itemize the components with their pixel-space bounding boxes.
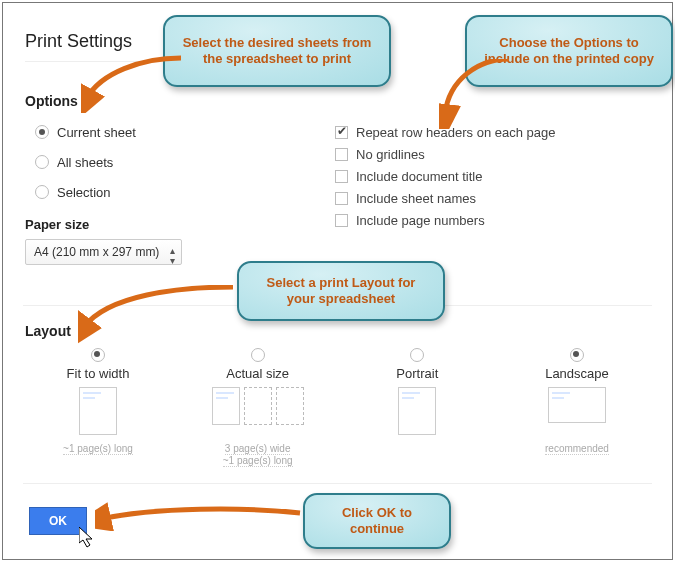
checkbox-icon <box>335 214 348 227</box>
chk-no-gridlines[interactable]: No gridlines <box>335 145 425 163</box>
layout-portrait[interactable]: Portrait <box>342 348 492 467</box>
callout-layout: Select a print Layout for your spreadshe… <box>237 261 445 321</box>
radio-icon <box>35 125 49 139</box>
layout-preview <box>23 387 173 437</box>
chk-repeat-headers[interactable]: ✔ Repeat row headers on each page <box>335 123 555 141</box>
callout-options: Choose the Options to include on the pri… <box>465 15 673 87</box>
paper-size-heading: Paper size <box>25 217 89 232</box>
chk-include-title[interactable]: Include document title <box>335 167 482 185</box>
radio-icon <box>570 348 584 362</box>
checkbox-icon: ✔ <box>335 126 348 139</box>
layout-sub: ~1 page(s) long <box>23 443 173 455</box>
radio-label: Selection <box>57 185 110 200</box>
layout-name: Fit to width <box>23 366 173 381</box>
title-underline <box>25 61 155 62</box>
chk-label: Repeat row headers on each page <box>356 125 555 140</box>
layout-sub <box>342 443 492 455</box>
layout-heading: Layout <box>25 323 71 339</box>
radio-current-sheet[interactable]: Current sheet <box>35 123 136 141</box>
radio-icon <box>35 155 49 169</box>
radio-all-sheets[interactable]: All sheets <box>35 153 113 171</box>
layout-sub: 3 page(s) wide ~1 page(s) long <box>183 443 333 467</box>
print-settings-dialog: × Print Settings Options Paper size Layo… <box>2 2 673 560</box>
radio-selection[interactable]: Selection <box>35 183 110 201</box>
paper-size-select[interactable]: A4 (210 mm x 297 mm) ▴▾ <box>25 239 182 265</box>
layout-name: Landscape <box>502 366 652 381</box>
chk-include-page-numbers[interactable]: Include page numbers <box>335 211 485 229</box>
checkbox-icon <box>335 170 348 183</box>
divider <box>23 483 652 484</box>
checkbox-icon <box>335 148 348 161</box>
paper-size-value: A4 (210 mm x 297 mm) <box>34 245 159 259</box>
layout-preview <box>502 387 652 437</box>
radio-icon <box>35 185 49 199</box>
page-title: Print Settings <box>25 31 132 52</box>
radio-icon <box>410 348 424 362</box>
chk-label: Include sheet names <box>356 191 476 206</box>
layout-fit-to-width[interactable]: Fit to width ~1 page(s) long <box>23 348 173 467</box>
arrow-icon <box>78 285 238 345</box>
layout-actual-size[interactable]: Actual size 3 page(s) wide ~1 page(s) lo… <box>183 348 333 467</box>
chk-include-sheet-names[interactable]: Include sheet names <box>335 189 476 207</box>
chk-label: Include document title <box>356 169 482 184</box>
layout-landscape[interactable]: Landscape recommended <box>502 348 652 467</box>
layout-name: Portrait <box>342 366 492 381</box>
ok-button[interactable]: OK <box>29 507 87 535</box>
layout-preview <box>183 387 333 437</box>
callout-sheets: Select the desired sheets from the sprea… <box>163 15 391 87</box>
chevron-updown-icon: ▴▾ <box>170 246 175 266</box>
checkbox-icon <box>335 192 348 205</box>
callout-ok: Click OK to continue <box>303 493 451 549</box>
radio-icon <box>251 348 265 362</box>
layout-options: Fit to width ~1 page(s) long Actual size… <box>23 348 652 467</box>
options-heading: Options <box>25 93 78 109</box>
chk-label: Include page numbers <box>356 213 485 228</box>
radio-icon <box>91 348 105 362</box>
radio-label: Current sheet <box>57 125 136 140</box>
layout-sub: recommended <box>502 443 652 455</box>
chk-label: No gridlines <box>356 147 425 162</box>
radio-label: All sheets <box>57 155 113 170</box>
arrow-icon <box>95 501 305 531</box>
layout-preview <box>342 387 492 437</box>
layout-name: Actual size <box>183 366 333 381</box>
